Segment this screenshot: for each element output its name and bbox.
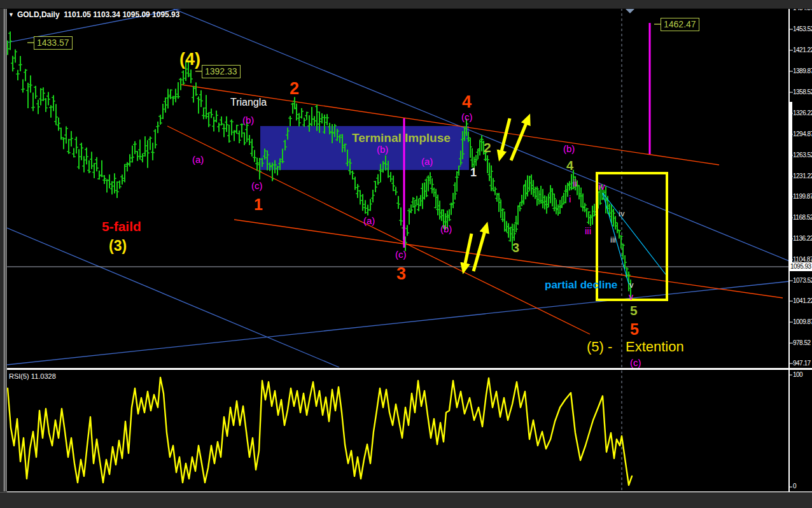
close-tick <box>34 107 35 108</box>
close-tick <box>199 99 200 101</box>
open-tick <box>438 206 439 207</box>
open-tick <box>495 198 496 199</box>
open-tick <box>237 133 239 134</box>
close-tick <box>477 159 478 160</box>
price-bar <box>50 105 52 118</box>
price-bar <box>504 211 505 232</box>
open-tick <box>461 139 462 141</box>
price-bar <box>580 188 582 208</box>
price-level-tag[interactable]: 1433.57 <box>34 36 73 50</box>
annotation-label[interactable]: (b) <box>563 144 575 153</box>
close-tick <box>113 186 114 187</box>
annotation-label[interactable]: 3 <box>512 241 519 254</box>
annotation-label[interactable]: v <box>629 292 633 301</box>
open-tick <box>136 151 137 152</box>
annotation-label[interactable]: 1 <box>470 167 477 178</box>
price-bar <box>400 208 402 226</box>
close-tick <box>325 117 326 118</box>
price-bar <box>200 90 202 107</box>
annotation-label[interactable]: (a) <box>192 155 204 164</box>
price-level-tag[interactable]: 1462.47 <box>661 18 699 31</box>
annotation-label[interactable]: 1 <box>254 197 263 213</box>
annotation-label[interactable]: 4 <box>566 159 573 172</box>
annotation-label[interactable]: 5 <box>630 321 639 337</box>
annotation-label[interactable]: v <box>629 281 634 289</box>
price-level-tag[interactable]: 1392.33 <box>202 65 241 78</box>
open-tick <box>21 89 22 90</box>
close-tick <box>207 113 208 115</box>
close-tick <box>503 209 505 210</box>
annotation-label[interactable]: (c) <box>630 358 641 367</box>
close-tick <box>363 204 365 205</box>
annotation-label[interactable]: (a) <box>421 157 433 166</box>
price-bar <box>594 204 595 216</box>
price-bar <box>68 139 69 154</box>
cyan-wedge-line[interactable] <box>603 193 666 274</box>
direction-arrow[interactable] <box>500 118 510 157</box>
annotation-label[interactable]: 2 <box>484 141 491 154</box>
close-tick <box>197 94 198 95</box>
annotation-label[interactable]: Triangla <box>230 97 267 108</box>
open-tick <box>265 157 267 159</box>
annotation-label[interactable]: 2 <box>290 80 299 97</box>
annotation-label[interactable]: (c) <box>251 181 263 190</box>
price-bar <box>410 204 412 213</box>
collapse-arrow-icon[interactable]: ▼ <box>8 11 14 18</box>
close-tick <box>184 83 185 84</box>
open-tick <box>253 157 254 159</box>
panel-splitter[interactable] <box>3 368 812 370</box>
annotation-label[interactable]: i <box>569 194 571 204</box>
annotation-label[interactable]: (c) <box>395 250 407 259</box>
annotation-label[interactable]: (c) <box>461 112 473 122</box>
annotation-label[interactable]: iii <box>610 236 616 244</box>
blue-trend-line[interactable] <box>7 228 339 367</box>
price-bar <box>494 187 496 195</box>
annotation-label[interactable]: 5 <box>630 304 638 317</box>
annotation-label[interactable]: Extention <box>626 340 684 354</box>
close-tick <box>260 171 262 172</box>
annotation-label[interactable]: (a) <box>363 216 375 225</box>
close-tick <box>515 233 516 234</box>
price-bar <box>372 190 374 202</box>
close-tick <box>174 97 175 99</box>
price-bar <box>380 164 381 182</box>
close-tick <box>454 202 455 204</box>
open-tick <box>394 190 395 191</box>
open-tick <box>39 99 40 100</box>
annotation-label[interactable]: (b) <box>440 224 452 234</box>
annotation-label[interactable]: (5) - <box>587 340 612 354</box>
annotation-label[interactable]: (b) <box>377 145 388 154</box>
price-bar <box>152 143 153 160</box>
annotation-label[interactable]: iii <box>585 226 591 236</box>
rsi-line[interactable] <box>8 377 632 485</box>
annotation-label[interactable]: 4 <box>462 94 472 111</box>
open-tick <box>141 159 142 160</box>
price-bar <box>329 123 330 134</box>
direction-arrow[interactable] <box>464 234 472 269</box>
annotation-label[interactable]: 3 <box>396 265 406 283</box>
open-tick <box>346 163 347 164</box>
open-tick <box>143 153 144 154</box>
annotation-label[interactable]: 5-faild <box>102 220 141 233</box>
close-tick <box>69 152 71 153</box>
open-tick <box>501 219 502 220</box>
annotation-label[interactable]: partial decline <box>545 279 617 290</box>
open-tick <box>579 194 580 195</box>
close-tick <box>44 93 45 94</box>
annotation-label[interactable]: (b) <box>242 115 254 125</box>
annotation-label[interactable]: iv <box>619 209 624 218</box>
annotation-label[interactable]: ii <box>573 178 577 188</box>
price-bar <box>611 204 612 223</box>
direction-arrow[interactable] <box>511 118 528 160</box>
price-bar <box>134 141 136 154</box>
direction-arrow[interactable] <box>473 227 486 271</box>
price-bar <box>407 225 408 236</box>
price-bar <box>435 189 437 209</box>
annotation-label[interactable]: (3) <box>109 239 127 253</box>
annotation-label[interactable]: Terminal Impluse <box>352 132 451 144</box>
close-tick <box>396 192 398 193</box>
close-tick <box>13 68 15 69</box>
open-tick <box>307 125 309 127</box>
annotation-label[interactable]: iv <box>598 181 605 191</box>
annotation-label[interactable]: (4) <box>179 51 200 68</box>
